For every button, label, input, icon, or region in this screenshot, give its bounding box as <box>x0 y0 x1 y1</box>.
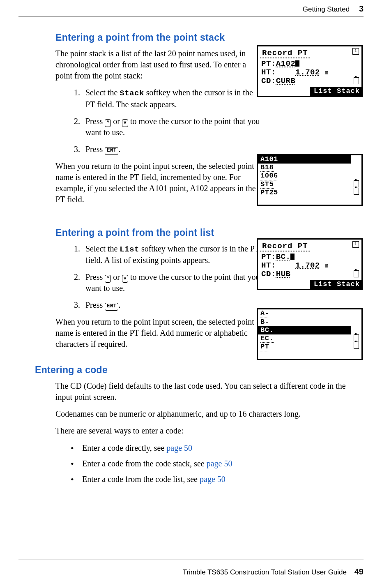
header-rule <box>18 16 364 16</box>
up-key-icon: ^ <box>105 119 111 127</box>
lcd-title: Record PT <box>260 47 310 58</box>
steps-point-list: Select the List softkey when the cursor … <box>64 243 263 311</box>
lcd-cd-row: CD:HUB <box>258 270 361 279</box>
page-footer: Trimble TS635 Construction Total Station… <box>183 567 364 576</box>
step-2: Press ^ or v to move the cursor to the p… <box>82 116 263 138</box>
battery-icon <box>354 334 359 341</box>
ent-key-icon: ENT <box>105 303 118 311</box>
cursor-icon <box>295 60 299 67</box>
intro-point-stack: The point stack is a list of the last 20… <box>55 48 261 81</box>
ent-key-icon: ENT <box>105 147 118 155</box>
list-item: A- <box>260 309 269 318</box>
lcd-ht-row: HT: 1.702 m <box>258 261 361 270</box>
step-1: Select the List softkey when the cursor … <box>82 243 263 266</box>
step-3: Press ENT. <box>82 144 263 155</box>
down-key-icon: v <box>122 275 128 283</box>
list-item: A101 <box>258 155 351 164</box>
list-item: ST5 <box>260 180 274 189</box>
bullet-list: Enter a code from the code list, see pag… <box>82 473 364 485</box>
header-section: Getting Started <box>303 5 350 13</box>
step-3: Press ENT. <box>82 300 263 311</box>
indicator-icon: 1 <box>352 241 359 248</box>
outro-point-stack: When you return to the point input scree… <box>55 161 261 205</box>
header-chapter: 3 <box>359 4 364 13</box>
battery-icon <box>354 77 359 84</box>
battery-icon <box>354 342 359 349</box>
lcd-title: Record PT <box>260 240 310 251</box>
code-p1: The CD (Code) field defaults to the last… <box>55 380 364 403</box>
steps-point-stack: Select the Stack softkey when the cursor… <box>64 87 263 155</box>
page-header: Getting Started 3 <box>18 4 364 14</box>
link-page-50[interactable]: page 50 <box>207 459 232 468</box>
bullet-direct: Enter a code directly, see page 50 <box>82 442 364 454</box>
step-2: Press ^ or v to move the cursor to the p… <box>82 272 263 294</box>
battery-icon <box>354 180 359 187</box>
code-bullets: Enter a code directly, see page 50 Enter… <box>64 442 364 485</box>
list-item: BC. <box>258 326 351 334</box>
battery-icon <box>354 188 359 195</box>
list-item: 1006 <box>260 172 278 180</box>
lcd-pt-row: PT:BC. <box>258 253 361 261</box>
code-p3: There are several ways to enter a code: <box>55 425 364 436</box>
battery-icon <box>354 270 359 277</box>
lcd-point-list: A- B- BC. EC. PT <box>257 308 363 360</box>
footer-rule <box>18 560 364 560</box>
lcd-cd-row: CD:CURB <box>258 77 361 85</box>
footer-guide: Trimble TS635 Construction Total Station… <box>183 568 347 576</box>
lcd-stack-list: A101 B18 1006 ST5 PT25 <box>257 154 363 206</box>
lcd-pt-row: PT:A102 <box>258 60 361 68</box>
softkey-list: List <box>120 245 139 254</box>
section-title-point-list: Entering a point from the point list <box>55 227 364 238</box>
page: Getting Started 3 Entering a point from … <box>0 0 382 588</box>
lcd-record-pt-stack: Record PT 1 PT:A102 HT: 1.702 m CD:CURB … <box>257 45 363 97</box>
footer-page: 49 <box>354 567 364 576</box>
lcd-ht-row: HT: 1.702 m <box>258 68 361 77</box>
list-item: B18 <box>260 164 274 172</box>
outro-point-list: When you return to the point input scree… <box>55 316 261 350</box>
lcd-record-pt-list: Record PT 1 PT:BC. HT: 1.702 m CD:HUB Li… <box>257 238 363 290</box>
down-key-icon: v <box>122 119 128 127</box>
lcd-softbar: List Stack <box>310 280 361 289</box>
lcd-softbar: List Stack <box>310 87 361 96</box>
section-title-point-stack: Entering a point from the point stack <box>55 32 364 43</box>
softkey-stack: Stack <box>120 89 144 98</box>
list-item: B- <box>260 318 269 327</box>
code-p2: Codenames can be numeric or alphanumeric… <box>55 408 364 420</box>
cursor-icon <box>290 254 295 260</box>
list-item: EC. <box>260 334 274 343</box>
up-key-icon: ^ <box>105 275 111 283</box>
link-page-50[interactable]: page 50 <box>200 475 226 484</box>
indicator-icon: 1 <box>352 48 359 55</box>
link-page-50[interactable]: page 50 <box>166 443 192 452</box>
list-item: PT25 <box>260 189 278 197</box>
list-item: PT <box>260 343 269 351</box>
bullet-stack: Enter a code from the code stack, see pa… <box>82 458 364 469</box>
step-1: Select the Stack softkey when the cursor… <box>82 87 263 110</box>
section-title-code: Entering a code <box>35 364 364 376</box>
